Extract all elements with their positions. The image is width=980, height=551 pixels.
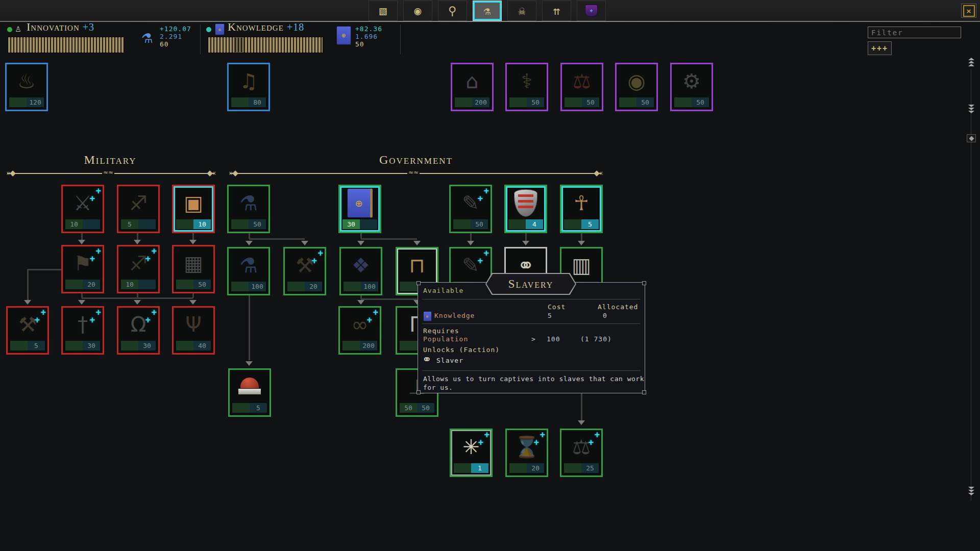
knowledge-book-icon: ⊕	[215, 23, 225, 35]
scrollbar-thumb[interactable]	[967, 134, 976, 142]
siegecraft-icon: Ψ	[176, 309, 211, 340]
tab-economy[interactable]: ◉	[403, 1, 432, 21]
allocate-plus-icons[interactable]: ++	[475, 249, 489, 266]
medicine-icon: ⚕	[509, 65, 545, 97]
tech-heraldry[interactable]: 4	[504, 185, 547, 233]
close-icon[interactable]: ×	[963, 5, 975, 17]
tooltip-cost-value: 5	[548, 312, 552, 319]
expand-all-button[interactable]: +++	[868, 41, 892, 55]
tech-proclamation[interactable]: ♫80	[227, 63, 270, 111]
tech-craftsmanship[interactable]: ++⚒20	[283, 247, 326, 295]
divider	[200, 24, 201, 54]
wealth-cart-icon: ◉	[619, 65, 654, 97]
tech-standards[interactable]: ++⚑20	[61, 245, 104, 293]
scrollbar	[966, 55, 977, 504]
knowledge-rate: +18	[287, 21, 304, 33]
allocate-plus-icons[interactable]: ++	[142, 308, 157, 325]
tech-logistics[interactable]: ++∞200	[338, 306, 381, 355]
tech-iron-weapons[interactable]: ++†30	[61, 306, 104, 355]
tab-construction[interactable]: ▧	[369, 1, 398, 21]
tech-inquisition[interactable]: ⚖50	[560, 63, 603, 111]
tech-philosophy[interactable]: ❖100	[339, 247, 382, 295]
tech-siegecraft[interactable]: Ψ40	[172, 306, 215, 355]
tech-medicine[interactable]: ⚕50	[505, 63, 548, 111]
allocate-plus-icons[interactable]: ++	[475, 187, 489, 204]
cost-allocated-segment	[9, 97, 27, 107]
tech-wealth-cart[interactable]: ◉50	[615, 63, 658, 111]
scroll-down-button[interactable]	[966, 104, 977, 114]
tab-military[interactable]: ☠	[507, 1, 536, 21]
connector-arrow	[413, 241, 421, 245]
tech-arbitration[interactable]: ++⚖25	[560, 429, 603, 477]
execution-icon: ☥	[564, 187, 599, 219]
cost-remaining-segment: 50	[193, 280, 211, 289]
tech-lantern[interactable]: ++⌛20	[505, 429, 548, 477]
tooltip-allocated-value: 0	[603, 312, 607, 319]
connector-line	[361, 238, 417, 240]
cost-bar: 25	[564, 463, 599, 473]
cost-bar: 80	[231, 97, 266, 107]
tab-upgrades[interactable]: ⇈	[542, 1, 571, 21]
allocate-plus-icons[interactable]: ++	[531, 431, 545, 448]
connector-arrow	[467, 241, 474, 245]
cost-allocated-segment	[342, 341, 360, 350]
plus-icon: +	[41, 307, 46, 317]
tech-execution[interactable]: ☥5	[560, 185, 603, 233]
allocate-plus-icons[interactable]: ++	[32, 308, 46, 325]
allocate-plus-icons[interactable]: ++	[87, 187, 101, 204]
tech-experimentation[interactable]: ⚗100	[227, 247, 270, 295]
tech-archery[interactable]: ♐5	[117, 185, 160, 233]
cost-allocated-segment: 10	[65, 219, 83, 229]
innovation-status-dot	[7, 27, 12, 32]
tech-swordsmanship[interactable]: ++⚔10	[61, 185, 104, 233]
government-divider-line: »◆ ≈≈ ◆«	[230, 173, 601, 174]
connector-arrow	[134, 300, 141, 305]
tech-code-of-laws[interactable]: ⊕30	[338, 185, 381, 233]
tech-stone-walls[interactable]: ▦50	[172, 245, 215, 293]
plus-icon: +	[484, 430, 489, 440]
allocate-plus-icons[interactable]: ++	[142, 247, 157, 264]
tech-mining[interactable]: ++⚒5	[6, 306, 49, 355]
tab-factions[interactable]: ✦	[577, 1, 606, 21]
tech-palisades[interactable]: ▣10	[172, 185, 215, 233]
tech-writing[interactable]: ++✎50	[449, 185, 492, 233]
cost-remaining-segment: 50	[417, 403, 434, 413]
cost-bar: 20	[65, 280, 100, 289]
tab-research-selected[interactable]: ⚗	[473, 1, 502, 21]
cost-allocated-segment	[508, 219, 526, 229]
cost-remaining-segment	[138, 280, 156, 289]
allocate-plus-icons[interactable]: ++	[475, 431, 489, 448]
cost-bar: 5	[232, 403, 267, 413]
tech-engineering[interactable]: ⚙50	[670, 63, 713, 111]
cost-allocated-segment: 30	[342, 219, 360, 229]
filter-input[interactable]	[868, 27, 961, 38]
cost-bar: 50	[176, 280, 211, 289]
divider	[422, 299, 641, 299]
tech-marksmanship[interactable]: ++♐10	[117, 245, 160, 293]
tech-armor[interactable]: ++Ω30	[117, 306, 160, 355]
allocate-plus-icons[interactable]: ++	[87, 308, 101, 325]
faction-banner-icon: ✦	[585, 5, 598, 17]
tech-alchemy[interactable]: ⚗50	[227, 185, 270, 233]
allocate-plus-icons[interactable]: ++	[585, 431, 600, 448]
connector-line	[361, 298, 417, 300]
allocate-plus-icons[interactable]: ++	[309, 249, 323, 266]
tech-theater[interactable]: ⌂200	[451, 63, 494, 111]
tech-capitol[interactable]: 5	[228, 368, 271, 417]
scroll-up-button[interactable]	[966, 57, 977, 67]
plus-icon: +	[90, 315, 95, 325]
philosophy-icon: ❖	[343, 249, 379, 281]
tab-expedition[interactable]: ⚲	[438, 1, 467, 21]
allocate-plus-icons[interactable]: ++	[87, 247, 101, 264]
connector-arrow	[189, 240, 197, 244]
well-icon: ♨	[9, 65, 44, 97]
traveler-icon: ⚲	[448, 4, 457, 17]
tech-uprising[interactable]: ++✳1	[450, 429, 493, 477]
cost-allocated-segment	[231, 219, 249, 229]
scroll-bottom-button[interactable]	[966, 486, 977, 496]
plus-icon: +	[484, 186, 489, 196]
allocate-plus-icons[interactable]: ++	[364, 308, 378, 325]
tooltip-resource: Knowledge	[434, 312, 475, 319]
tooltip-status: Available	[423, 287, 463, 294]
tech-well[interactable]: ♨120	[5, 63, 48, 111]
